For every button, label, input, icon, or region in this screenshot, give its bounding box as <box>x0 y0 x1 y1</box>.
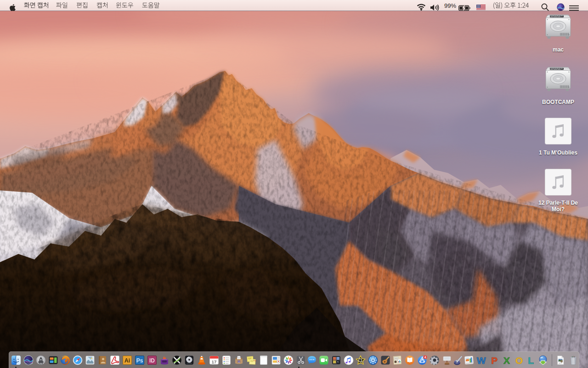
svg-text:Ai: Ai <box>124 357 130 364</box>
svg-text:ID: ID <box>149 357 155 364</box>
svg-text:Q: Q <box>238 360 240 363</box>
svg-text:4: 4 <box>424 356 426 359</box>
svg-text:17: 17 <box>212 359 217 364</box>
svg-text:X: X <box>503 355 510 365</box>
svg-text:P: P <box>491 355 498 365</box>
svg-text:L: L <box>528 355 534 365</box>
svg-text:W: W <box>477 355 486 365</box>
svg-text:Ps: Ps <box>136 357 143 364</box>
svg-text:O: O <box>515 355 523 365</box>
svg-text:MOV: MOV <box>559 362 562 364</box>
svg-text:Plan: Plan <box>254 360 256 362</box>
